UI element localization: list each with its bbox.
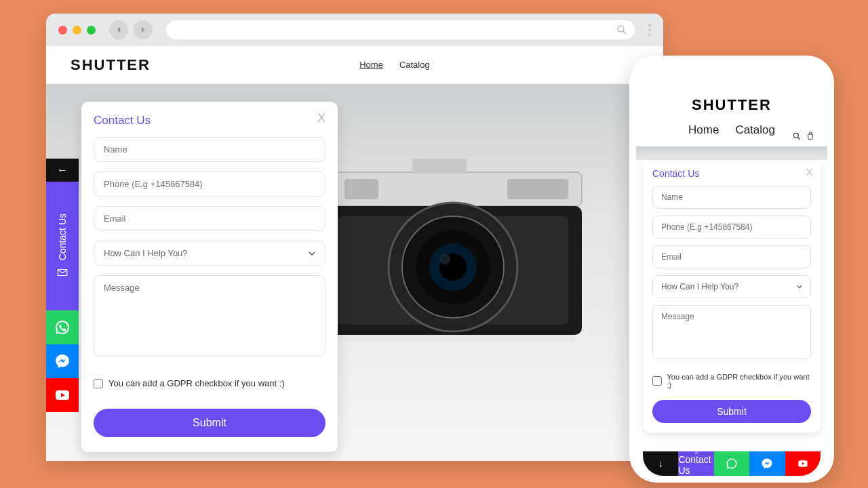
maximize-window-icon[interactable]	[87, 26, 96, 35]
back-button[interactable]	[109, 20, 128, 39]
whatsapp-icon	[726, 458, 738, 470]
message-textarea[interactable]	[94, 275, 326, 357]
contact-form-modal: Contact Us X How Can I Help You? You can…	[81, 102, 338, 452]
phone-screen: SHUTTER Home Catalog Contact Us X How Ca…	[636, 62, 827, 476]
mobile-submit-button[interactable]: Submit	[652, 400, 811, 423]
name-input[interactable]	[94, 137, 326, 162]
minimize-window-icon[interactable]	[73, 26, 81, 35]
mobile-contact-form: Contact Us X How Can I Help You? You can…	[643, 160, 821, 432]
dock-youtube-button[interactable]	[46, 378, 79, 412]
mobile-gdpr-label: You can add a GDPR checkbox if you want …	[667, 373, 811, 389]
mobile-gdpr-row: You can add a GDPR checkbox if you want …	[652, 373, 811, 389]
side-dock: ← Contact Us	[46, 159, 79, 412]
forward-button[interactable]	[134, 20, 153, 39]
dock-whatsapp-button[interactable]	[46, 310, 79, 344]
mobile-help-label: How Can I Help You?	[661, 282, 738, 291]
nav-links: Home Catalog	[359, 60, 430, 70]
mobile-gdpr-checkbox[interactable]	[652, 376, 662, 386]
svg-line-18	[798, 138, 800, 140]
gdpr-checkbox[interactable]	[94, 379, 103, 388]
mobile-hero	[636, 146, 827, 160]
mail-icon	[56, 266, 68, 279]
email-input[interactable]	[94, 206, 326, 231]
browser-chrome	[46, 14, 663, 46]
mobile-header-icons	[792, 131, 815, 141]
submit-button[interactable]: Submit	[94, 409, 326, 437]
mobile-email-input[interactable]	[652, 245, 811, 268]
search-icon[interactable]	[792, 131, 802, 141]
svg-rect-14	[331, 335, 575, 342]
chevron-down-icon	[309, 250, 315, 257]
svg-point-0	[618, 26, 624, 32]
whatsapp-icon	[54, 319, 71, 336]
svg-point-17	[793, 133, 798, 138]
nav-arrows	[109, 20, 153, 39]
mobile-modal-title: Contact Us	[652, 168, 811, 179]
svg-line-1	[623, 31, 626, 34]
modal-title: Contact Us	[94, 114, 326, 127]
phone-input[interactable]	[94, 171, 326, 197]
mobile-name-input[interactable]	[652, 186, 811, 209]
mobile-phone-input[interactable]	[652, 216, 811, 239]
mobile-dock: ↓ Contact Us	[643, 451, 821, 476]
traffic-lights	[58, 26, 96, 35]
svg-point-10	[439, 253, 450, 264]
svg-rect-12	[507, 179, 568, 199]
gdpr-label: You can add a GDPR checkbox if you want …	[108, 378, 285, 388]
dock-contact-label: Contact Us	[57, 214, 68, 260]
mobile-message-textarea[interactable]	[652, 305, 811, 359]
chevron-down-icon	[797, 284, 802, 289]
mobile-dock-contact-label: Contact Us	[678, 455, 713, 476]
mobile-dock-whatsapp[interactable]	[714, 451, 749, 476]
youtube-icon	[54, 387, 71, 403]
help-select-label: How Can I Help You?	[104, 248, 188, 258]
mobile-dock-collapse[interactable]: ↓	[643, 451, 678, 476]
camera-illustration	[304, 111, 609, 369]
mobile-nav-catalog[interactable]: Catalog	[735, 123, 775, 137]
messenger-icon	[54, 353, 71, 369]
mobile-nav-home[interactable]: Home	[688, 123, 719, 137]
svg-rect-13	[412, 159, 467, 174]
gdpr-row: You can add a GDPR checkbox if you want …	[94, 378, 326, 388]
nav-catalog[interactable]: Catalog	[399, 60, 430, 70]
phone-mockup: SHUTTER Home Catalog Contact Us X How Ca…	[629, 56, 834, 483]
mobile-modal-close[interactable]: X	[806, 167, 812, 178]
modal-close-button[interactable]: X	[317, 111, 326, 125]
mobile-dock-messenger[interactable]	[749, 451, 785, 476]
bag-icon[interactable]	[806, 131, 815, 141]
mobile-dock-contact[interactable]: Contact Us	[678, 451, 713, 476]
messenger-icon	[761, 458, 773, 470]
mobile-logo: SHUTTER	[636, 89, 827, 123]
dock-contact-button[interactable]: Contact Us	[46, 182, 79, 310]
url-bar[interactable]	[166, 20, 635, 39]
browser-menu-icon[interactable]	[648, 24, 651, 36]
dock-messenger-button[interactable]	[46, 344, 79, 378]
site-logo: SHUTTER	[71, 56, 151, 74]
mobile-dock-youtube[interactable]	[785, 451, 821, 476]
close-window-icon[interactable]	[58, 26, 67, 35]
svg-rect-15	[58, 269, 67, 275]
svg-rect-11	[344, 179, 378, 199]
dock-collapse-button[interactable]: ←	[46, 159, 79, 182]
help-select[interactable]: How Can I Help You?	[94, 241, 326, 266]
search-icon	[616, 24, 628, 36]
youtube-icon	[796, 458, 810, 469]
site-header: SHUTTER Home Catalog	[46, 46, 663, 84]
nav-home[interactable]: Home	[359, 60, 383, 70]
mobile-help-select[interactable]: How Can I Help You?	[652, 275, 811, 298]
